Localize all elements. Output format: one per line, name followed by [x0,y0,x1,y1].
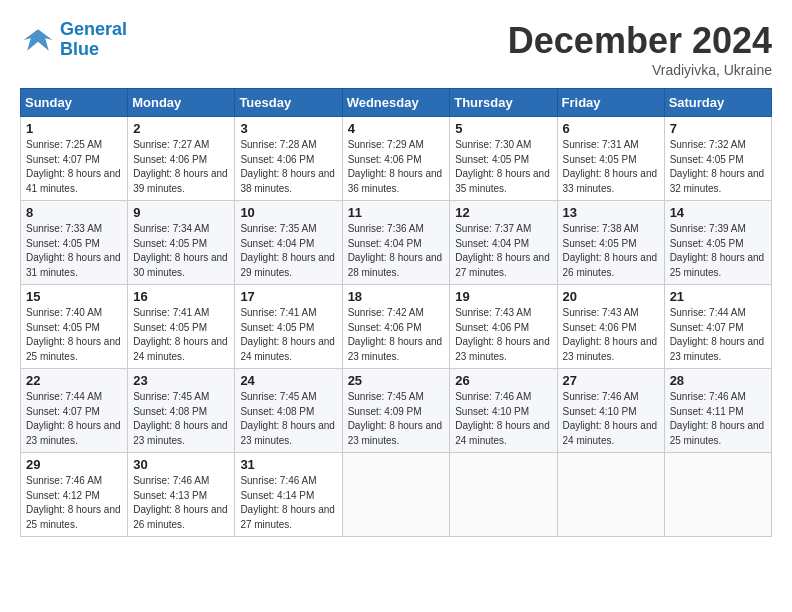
day-info: Sunrise: 7:44 AM Sunset: 4:07 PM Dayligh… [670,306,766,364]
day-number: 1 [26,121,122,136]
logo-line2: Blue [60,39,99,59]
table-row: 21 Sunrise: 7:44 AM Sunset: 4:07 PM Dayl… [664,285,771,369]
day-info: Sunrise: 7:46 AM Sunset: 4:10 PM Dayligh… [563,390,659,448]
calendar-header-row: SundayMondayTuesdayWednesdayThursdayFrid… [21,89,772,117]
day-number: 23 [133,373,229,388]
table-row: 23 Sunrise: 7:45 AM Sunset: 4:08 PM Dayl… [128,369,235,453]
table-row: 31 Sunrise: 7:46 AM Sunset: 4:14 PM Dayl… [235,453,342,537]
col-header-monday: Monday [128,89,235,117]
day-number: 19 [455,289,551,304]
day-info: Sunrise: 7:45 AM Sunset: 4:08 PM Dayligh… [133,390,229,448]
table-row: 27 Sunrise: 7:46 AM Sunset: 4:10 PM Dayl… [557,369,664,453]
table-row: 18 Sunrise: 7:42 AM Sunset: 4:06 PM Dayl… [342,285,450,369]
calendar-week-5: 29 Sunrise: 7:46 AM Sunset: 4:12 PM Dayl… [21,453,772,537]
table-row: 3 Sunrise: 7:28 AM Sunset: 4:06 PM Dayli… [235,117,342,201]
logo-line1: General [60,19,127,39]
day-info: Sunrise: 7:46 AM Sunset: 4:13 PM Dayligh… [133,474,229,532]
page-header: General Blue December 2024 Vradiyivka, U… [20,20,772,78]
day-info: Sunrise: 7:29 AM Sunset: 4:06 PM Dayligh… [348,138,445,196]
table-row: 6 Sunrise: 7:31 AM Sunset: 4:05 PM Dayli… [557,117,664,201]
table-row: 10 Sunrise: 7:35 AM Sunset: 4:04 PM Dayl… [235,201,342,285]
month-title: December 2024 [508,20,772,62]
day-number: 6 [563,121,659,136]
table-row [557,453,664,537]
table-row: 25 Sunrise: 7:45 AM Sunset: 4:09 PM Dayl… [342,369,450,453]
col-header-sunday: Sunday [21,89,128,117]
day-info: Sunrise: 7:43 AM Sunset: 4:06 PM Dayligh… [563,306,659,364]
day-number: 25 [348,373,445,388]
location: Vradiyivka, Ukraine [508,62,772,78]
day-number: 16 [133,289,229,304]
table-row: 19 Sunrise: 7:43 AM Sunset: 4:06 PM Dayl… [450,285,557,369]
table-row: 15 Sunrise: 7:40 AM Sunset: 4:05 PM Dayl… [21,285,128,369]
table-row: 29 Sunrise: 7:46 AM Sunset: 4:12 PM Dayl… [21,453,128,537]
calendar-table: SundayMondayTuesdayWednesdayThursdayFrid… [20,88,772,537]
table-row [664,453,771,537]
calendar-week-3: 15 Sunrise: 7:40 AM Sunset: 4:05 PM Dayl… [21,285,772,369]
day-number: 15 [26,289,122,304]
day-number: 14 [670,205,766,220]
day-number: 7 [670,121,766,136]
day-info: Sunrise: 7:46 AM Sunset: 4:10 PM Dayligh… [455,390,551,448]
col-header-saturday: Saturday [664,89,771,117]
day-info: Sunrise: 7:38 AM Sunset: 4:05 PM Dayligh… [563,222,659,280]
calendar-week-4: 22 Sunrise: 7:44 AM Sunset: 4:07 PM Dayl… [21,369,772,453]
day-number: 13 [563,205,659,220]
table-row: 16 Sunrise: 7:41 AM Sunset: 4:05 PM Dayl… [128,285,235,369]
day-info: Sunrise: 7:30 AM Sunset: 4:05 PM Dayligh… [455,138,551,196]
day-info: Sunrise: 7:27 AM Sunset: 4:06 PM Dayligh… [133,138,229,196]
logo-icon [20,22,56,58]
day-number: 26 [455,373,551,388]
table-row: 11 Sunrise: 7:36 AM Sunset: 4:04 PM Dayl… [342,201,450,285]
day-info: Sunrise: 7:41 AM Sunset: 4:05 PM Dayligh… [133,306,229,364]
table-row [450,453,557,537]
day-number: 5 [455,121,551,136]
day-info: Sunrise: 7:43 AM Sunset: 4:06 PM Dayligh… [455,306,551,364]
table-row: 24 Sunrise: 7:45 AM Sunset: 4:08 PM Dayl… [235,369,342,453]
day-number: 10 [240,205,336,220]
day-info: Sunrise: 7:35 AM Sunset: 4:04 PM Dayligh… [240,222,336,280]
table-row: 13 Sunrise: 7:38 AM Sunset: 4:05 PM Dayl… [557,201,664,285]
svg-marker-0 [24,29,53,51]
table-row: 8 Sunrise: 7:33 AM Sunset: 4:05 PM Dayli… [21,201,128,285]
day-info: Sunrise: 7:42 AM Sunset: 4:06 PM Dayligh… [348,306,445,364]
day-number: 21 [670,289,766,304]
table-row: 7 Sunrise: 7:32 AM Sunset: 4:05 PM Dayli… [664,117,771,201]
table-row: 20 Sunrise: 7:43 AM Sunset: 4:06 PM Dayl… [557,285,664,369]
table-row: 12 Sunrise: 7:37 AM Sunset: 4:04 PM Dayl… [450,201,557,285]
table-row: 5 Sunrise: 7:30 AM Sunset: 4:05 PM Dayli… [450,117,557,201]
col-header-wednesday: Wednesday [342,89,450,117]
day-info: Sunrise: 7:37 AM Sunset: 4:04 PM Dayligh… [455,222,551,280]
day-info: Sunrise: 7:45 AM Sunset: 4:09 PM Dayligh… [348,390,445,448]
day-number: 2 [133,121,229,136]
table-row: 17 Sunrise: 7:41 AM Sunset: 4:05 PM Dayl… [235,285,342,369]
table-row: 28 Sunrise: 7:46 AM Sunset: 4:11 PM Dayl… [664,369,771,453]
day-number: 3 [240,121,336,136]
table-row [342,453,450,537]
day-number: 17 [240,289,336,304]
calendar-body: 1 Sunrise: 7:25 AM Sunset: 4:07 PM Dayli… [21,117,772,537]
day-info: Sunrise: 7:46 AM Sunset: 4:11 PM Dayligh… [670,390,766,448]
day-info: Sunrise: 7:46 AM Sunset: 4:12 PM Dayligh… [26,474,122,532]
table-row: 22 Sunrise: 7:44 AM Sunset: 4:07 PM Dayl… [21,369,128,453]
day-info: Sunrise: 7:36 AM Sunset: 4:04 PM Dayligh… [348,222,445,280]
calendar-week-2: 8 Sunrise: 7:33 AM Sunset: 4:05 PM Dayli… [21,201,772,285]
day-number: 27 [563,373,659,388]
day-info: Sunrise: 7:25 AM Sunset: 4:07 PM Dayligh… [26,138,122,196]
day-number: 20 [563,289,659,304]
logo-text: General Blue [60,20,127,60]
day-info: Sunrise: 7:44 AM Sunset: 4:07 PM Dayligh… [26,390,122,448]
logo: General Blue [20,20,127,60]
day-info: Sunrise: 7:45 AM Sunset: 4:08 PM Dayligh… [240,390,336,448]
table-row: 26 Sunrise: 7:46 AM Sunset: 4:10 PM Dayl… [450,369,557,453]
calendar-week-1: 1 Sunrise: 7:25 AM Sunset: 4:07 PM Dayli… [21,117,772,201]
day-number: 9 [133,205,229,220]
col-header-friday: Friday [557,89,664,117]
day-info: Sunrise: 7:39 AM Sunset: 4:05 PM Dayligh… [670,222,766,280]
table-row: 14 Sunrise: 7:39 AM Sunset: 4:05 PM Dayl… [664,201,771,285]
day-number: 22 [26,373,122,388]
table-row: 9 Sunrise: 7:34 AM Sunset: 4:05 PM Dayli… [128,201,235,285]
day-number: 24 [240,373,336,388]
day-number: 12 [455,205,551,220]
day-info: Sunrise: 7:40 AM Sunset: 4:05 PM Dayligh… [26,306,122,364]
